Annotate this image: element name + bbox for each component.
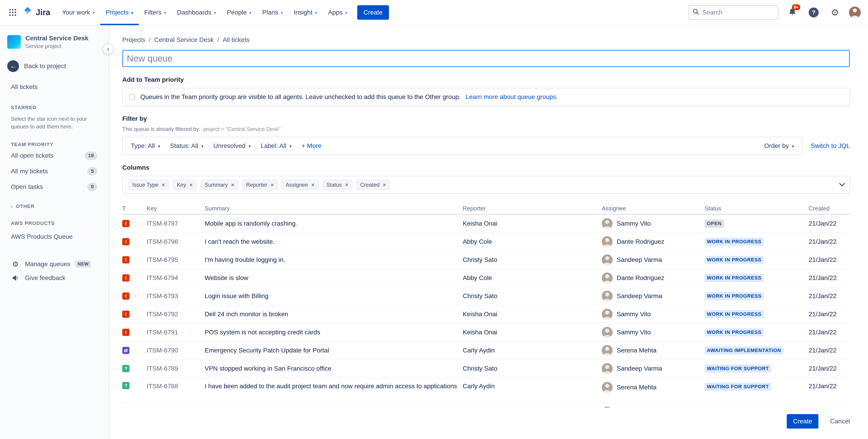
issue-summary[interactable]: Dell 24 inch monitor is broken bbox=[205, 311, 463, 318]
filter-label-dropdown[interactable]: Label: All▾ bbox=[256, 140, 296, 152]
nav-item-your-work[interactable]: Your work▾ bbox=[57, 0, 100, 25]
issue-key[interactable]: ITSM-6791 bbox=[147, 329, 205, 336]
nav-item-people[interactable]: People▾ bbox=[221, 0, 257, 25]
sidebar-item-all-open-tickets[interactable]: All open tickets 19 bbox=[7, 148, 101, 163]
column-chip-assignee[interactable]: Assignee× bbox=[282, 179, 319, 190]
column-chip-reporter[interactable]: Reporter× bbox=[242, 179, 278, 190]
nav-item-filters[interactable]: Filters▾ bbox=[139, 0, 172, 25]
issue-summary[interactable]: VPN stopped working in San Francisco off… bbox=[205, 365, 463, 372]
nav-item-insight[interactable]: Insight▾ bbox=[288, 0, 322, 25]
table-row[interactable]: ! ITSM-6792 Dell 24 inch monitor is brok… bbox=[122, 305, 850, 323]
issue-summary[interactable]: Emergency Security Patch Update for Port… bbox=[205, 347, 463, 354]
breadcrumb-all-tickets[interactable]: All tickets bbox=[223, 36, 249, 43]
sidebar-item-all-tickets[interactable]: All tickets bbox=[7, 80, 101, 94]
issue-key[interactable]: ITSM-6793 bbox=[147, 292, 205, 300]
give-feedback[interactable]: Give feedback bbox=[7, 271, 101, 285]
filter-resolution-dropdown[interactable]: Unresolved▾ bbox=[209, 140, 255, 152]
notifications-button[interactable]: 9+ bbox=[785, 5, 800, 20]
chevron-down-icon[interactable] bbox=[839, 181, 845, 186]
cancel-button[interactable]: Cancel bbox=[830, 418, 850, 425]
manage-queues[interactable]: ⚙ Manage queues NEW bbox=[7, 257, 101, 271]
issue-key[interactable]: ITSM-6796 bbox=[147, 238, 205, 245]
table-row[interactable]: ⇄ ITSM-6790 Emergency Security Patch Upd… bbox=[122, 342, 850, 360]
table-row[interactable]: ! ITSM-6794 Website is slow Abby Cole Da… bbox=[122, 269, 850, 287]
filter-type-dropdown[interactable]: Type: All▾ bbox=[126, 140, 164, 152]
incident-type-icon: ! bbox=[122, 256, 129, 263]
breadcrumb-projects[interactable]: Projects bbox=[122, 36, 145, 43]
table-row[interactable]: ? ITSM-6789 VPN stopped working in San F… bbox=[122, 360, 850, 378]
issue-key[interactable]: ITSM-6790 bbox=[147, 347, 205, 354]
nav-item-apps[interactable]: Apps▾ bbox=[322, 0, 353, 25]
sidebar-collapse-button[interactable]: ‹ bbox=[103, 43, 114, 54]
remove-icon[interactable]: × bbox=[231, 182, 234, 188]
table-row[interactable]: ? ITSM-6788 I have been added to the aud… bbox=[122, 378, 850, 403]
column-chip-summary[interactable]: Summary× bbox=[200, 179, 238, 190]
assignee-avatar bbox=[602, 345, 613, 356]
issue-created: 21/Jan/22 bbox=[809, 220, 850, 227]
remove-icon[interactable]: × bbox=[345, 182, 348, 188]
status-badge: WORK IN PROGRESS bbox=[705, 238, 764, 246]
column-chip-created[interactable]: Created× bbox=[356, 179, 390, 190]
table-row[interactable]: ! ITSM-6797 Mobile app is randomly crash… bbox=[122, 215, 850, 233]
remove-icon[interactable]: × bbox=[311, 182, 315, 188]
app-switcher-icon[interactable] bbox=[5, 5, 20, 20]
team-priority-description: Queues in the Team priority group are vi… bbox=[141, 93, 461, 100]
back-to-project[interactable]: ← Back to project bbox=[7, 60, 101, 72]
settings-button[interactable]: ⚙ bbox=[828, 5, 842, 20]
queue-name-input[interactable] bbox=[122, 50, 850, 67]
team-priority-section-header: TEAM PRIORITY bbox=[7, 142, 101, 147]
issue-summary[interactable]: Login issue with Billing bbox=[205, 292, 463, 300]
remove-icon[interactable]: × bbox=[382, 182, 386, 188]
queue-groups-learn-more-link[interactable]: Learn more about queue groups. bbox=[465, 93, 558, 100]
remove-icon[interactable]: × bbox=[162, 182, 165, 188]
global-create-button[interactable]: Create bbox=[357, 5, 389, 20]
sidebar-item-aws-products-queue[interactable]: AWS Products Queue bbox=[7, 230, 101, 243]
issue-summary[interactable]: POS system is not accepting credit cards bbox=[205, 329, 463, 336]
table-row[interactable]: ! ITSM-6795 I'm having trouble logging i… bbox=[122, 251, 850, 269]
team-priority-checkbox[interactable] bbox=[129, 94, 135, 100]
issue-key[interactable]: ITSM-6794 bbox=[147, 274, 205, 282]
create-queue-button[interactable]: Create bbox=[787, 414, 818, 429]
issue-summary[interactable]: Mobile app is randomly crashing. bbox=[205, 220, 463, 227]
col-header-summary: Summary bbox=[205, 205, 463, 212]
issue-key[interactable]: ITSM-6788 bbox=[147, 382, 205, 390]
table-row[interactable]: ! ITSM-6796 I can't reach the website. A… bbox=[122, 233, 850, 251]
help-button[interactable]: ? bbox=[806, 5, 821, 20]
issue-summary[interactable]: Website is slow bbox=[205, 274, 463, 282]
filter-more-button[interactable]: + More bbox=[297, 140, 326, 152]
user-avatar[interactable] bbox=[849, 6, 861, 18]
global-search[interactable] bbox=[689, 5, 778, 20]
issue-key[interactable]: ITSM-6792 bbox=[147, 311, 205, 318]
sidebar-item-open-tasks[interactable]: Open tasks 0 bbox=[7, 179, 101, 194]
nav-item-plans[interactable]: Plans▾ bbox=[257, 0, 288, 25]
order-by-dropdown[interactable]: Order by▾ bbox=[760, 140, 799, 152]
nav-item-projects[interactable]: Projects▾ bbox=[100, 0, 139, 25]
issue-key[interactable]: ITSM-6789 bbox=[147, 365, 205, 372]
columns-picker[interactable]: Issue Type× Key× Summary× Reporter× Assi… bbox=[122, 176, 850, 194]
issue-summary[interactable]: I'm having trouble logging in. bbox=[205, 256, 463, 263]
column-chip-status[interactable]: Status× bbox=[322, 179, 352, 190]
breadcrumb-central-service-desk[interactable]: Central Service Desk bbox=[154, 36, 214, 43]
other-section-toggle[interactable]: › OTHER bbox=[7, 203, 101, 209]
jira-logo[interactable]: Jira bbox=[20, 6, 57, 18]
sidebar-item-all-my-tickets[interactable]: All my tickets 5 bbox=[7, 164, 101, 179]
change-type-icon: ⇄ bbox=[122, 347, 129, 354]
issue-summary[interactable]: I can't reach the website. bbox=[205, 238, 463, 245]
remove-icon[interactable]: × bbox=[189, 182, 193, 188]
nav-item-dashboards[interactable]: Dashboards▾ bbox=[172, 0, 221, 25]
issue-key[interactable]: ITSM-6795 bbox=[147, 256, 205, 263]
filter-status-dropdown[interactable]: Status: All▾ bbox=[165, 140, 208, 152]
column-chip-issue-type[interactable]: Issue Type× bbox=[128, 179, 169, 190]
search-input[interactable] bbox=[702, 9, 774, 16]
table-row-partial[interactable]: ? bbox=[122, 403, 850, 408]
table-row[interactable]: ! ITSM-6791 POS system is not accepting … bbox=[122, 323, 850, 342]
issue-key[interactable]: ITSM-6797 bbox=[147, 220, 205, 227]
issue-summary[interactable]: I have been added to the audit project t… bbox=[205, 382, 463, 390]
table-header-row: T Key Summary Reporter Assignee Status C… bbox=[122, 203, 850, 215]
issue-created: 21/Jan/22 bbox=[809, 382, 850, 390]
column-chip-key[interactable]: Key× bbox=[173, 179, 197, 190]
remove-icon[interactable]: × bbox=[271, 182, 274, 188]
table-row[interactable]: ! ITSM-6793 Login issue with Billing Chr… bbox=[122, 287, 850, 305]
incident-type-icon: ! bbox=[122, 220, 129, 227]
switch-to-jql-link[interactable]: Switch to JQL bbox=[811, 142, 850, 149]
